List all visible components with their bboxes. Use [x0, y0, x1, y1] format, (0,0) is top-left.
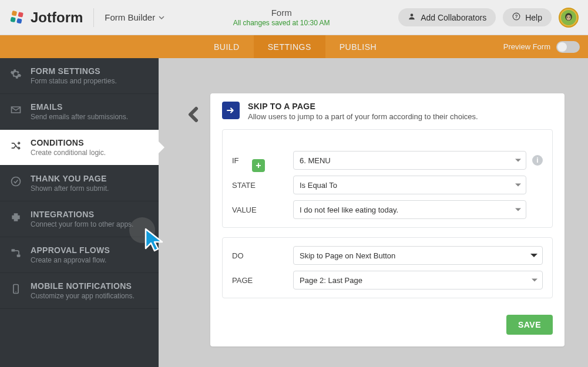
puzzle-icon	[9, 211, 22, 224]
help-icon: ?	[512, 12, 520, 22]
sidebar-item-thank-you[interactable]: THANK YOU PAGEShown after form submit.	[0, 166, 159, 201]
sidebar-item-mobile-notifications[interactable]: MOBILE NOTIFICATIONSCustomize your app n…	[0, 273, 159, 309]
tab-settings[interactable]: SETTINGS	[254, 35, 325, 58]
brand-logo[interactable]: Jotform	[9, 9, 83, 26]
sidebar-item-form-settings[interactable]: FORM SETTINGSForm status and properties.	[0, 58, 159, 94]
sidebar-item-integrations[interactable]: INTEGRATIONSConnect your form to other a…	[0, 201, 159, 237]
tab-build[interactable]: BUILD	[200, 35, 254, 58]
info-icon[interactable]: i	[532, 155, 543, 166]
svg-text:?: ?	[515, 14, 518, 19]
state-select[interactable]: Is Equal To	[293, 176, 526, 194]
mail-icon	[9, 103, 22, 116]
svg-point-11	[569, 16, 570, 18]
do-action-select[interactable]: Skip to Page on Next Button	[293, 246, 543, 265]
save-status: All changes saved at 10:30 AM	[164, 19, 398, 27]
flow-icon	[9, 247, 22, 260]
person-icon	[408, 12, 416, 22]
value-label: VALUE	[232, 206, 293, 214]
brand-name: Jotform	[31, 9, 83, 26]
chevron-down-icon	[159, 12, 164, 22]
preview-label: Preview Form	[503, 42, 550, 51]
page-label: PAGE	[232, 276, 293, 285]
svg-rect-13	[12, 249, 15, 251]
sidebar-item-emails[interactable]: EMAILSSend emails after submissions.	[0, 94, 159, 130]
builder-dropdown[interactable]: Form Builder	[105, 12, 164, 22]
save-button[interactable]: SAVE	[506, 315, 553, 335]
tab-publish[interactable]: PUBLISH	[325, 35, 391, 58]
form-title[interactable]: Form	[164, 8, 398, 18]
card-title: SKIP TO A PAGE	[248, 102, 478, 111]
state-label: STATE	[232, 181, 293, 190]
condition-card: SKIP TO A PAGE Allow users to jump to a …	[210, 93, 565, 346]
do-label: DO	[232, 251, 293, 260]
help-button[interactable]: ? Help	[503, 8, 552, 26]
svg-point-9	[566, 15, 571, 20]
sidebar-item-approval-flows[interactable]: APPROVAL FLOWSCreate an approval flow.	[0, 237, 159, 273]
shuffle-icon	[9, 139, 22, 152]
do-rule-group: DO Skip to Page on Next Button PAGE Page…	[222, 237, 553, 298]
page-select[interactable]: Page 2: Last Page	[293, 271, 543, 289]
gear-icon	[9, 68, 22, 80]
divider	[93, 8, 94, 27]
preview-toggle[interactable]	[556, 41, 580, 53]
svg-rect-0	[12, 10, 17, 15]
svg-rect-14	[17, 255, 21, 257]
svg-point-12	[12, 177, 21, 186]
if-field-select[interactable]: 6. MENU	[293, 151, 526, 170]
svg-point-16	[15, 291, 16, 292]
user-avatar[interactable]	[559, 8, 579, 28]
if-rule-group: + IF 6. MENU i STATE Is Equal To VALUE I…	[222, 129, 553, 228]
add-collaborators-button[interactable]: Add Collaborators	[398, 8, 496, 26]
svg-point-4	[411, 14, 414, 16]
svg-rect-2	[10, 16, 15, 22]
add-rule-button[interactable]: +	[252, 159, 265, 172]
value-select[interactable]: I do not feel like eating today.	[293, 200, 526, 219]
mobile-icon	[9, 282, 22, 295]
check-circle-icon	[9, 175, 22, 188]
logo-icon	[9, 9, 26, 26]
sidebar-item-conditions[interactable]: CONDITIONSCreate conditional logic.	[0, 130, 159, 166]
card-subtitle: Allow users to jump to a part of your fo…	[248, 112, 478, 121]
svg-point-10	[567, 16, 568, 18]
svg-rect-1	[18, 12, 23, 17]
svg-rect-3	[16, 18, 22, 23]
skip-icon	[222, 102, 240, 119]
